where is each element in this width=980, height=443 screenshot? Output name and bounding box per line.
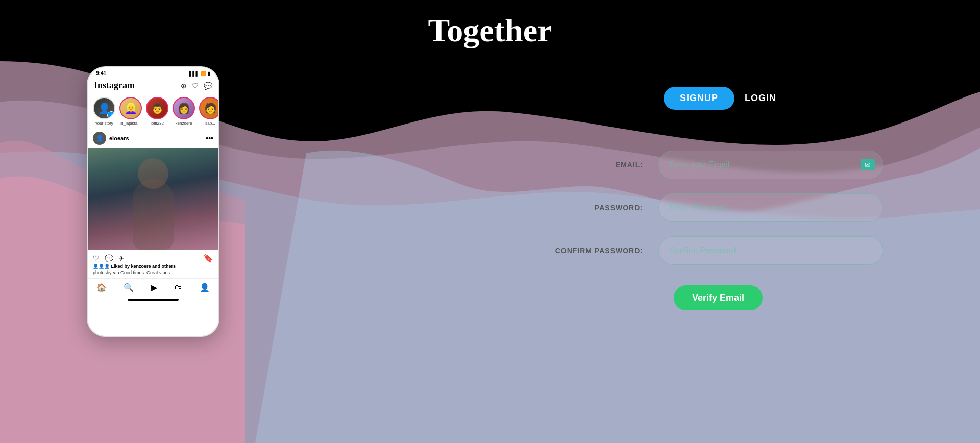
password-input[interactable] bbox=[658, 193, 883, 222]
confirm-password-input[interactable] bbox=[658, 236, 883, 265]
password-input-wrapper bbox=[658, 193, 883, 222]
page-title: Together bbox=[428, 12, 552, 50]
story-item-4[interactable]: 🧑 sap... bbox=[199, 97, 218, 126]
password-row: PASSWORD: bbox=[531, 193, 909, 222]
email-label: EMAIL: bbox=[531, 161, 643, 169]
likes-text: Liked by kenzoere and others bbox=[111, 264, 176, 269]
phone-mockup: 9:41 ▌▌▌ 📶 ▮ Instagram ⊕ ♡ 💬 👤 Your stor bbox=[87, 66, 230, 337]
phone-frame: 9:41 ▌▌▌ 📶 ▮ Instagram ⊕ ♡ 💬 👤 Your stor bbox=[87, 66, 219, 337]
confirm-password-input-wrapper bbox=[658, 236, 883, 265]
story-item-3[interactable]: 👩 kenzoere bbox=[173, 97, 195, 126]
form-fields: EMAIL: ✉ PASSWORD: CONFIRM PASSWORD: bbox=[531, 151, 909, 265]
post-avatar: 👤 bbox=[93, 132, 106, 145]
post-caption: photosbyean Good times. Great vibes. bbox=[88, 269, 218, 278]
email-icon: ✉ bbox=[861, 159, 875, 170]
home-nav-icon[interactable]: 🏠 bbox=[96, 283, 107, 292]
instagram-header: Instagram ⊕ ♡ 💬 bbox=[88, 77, 218, 94]
login-tab[interactable]: LOGIN bbox=[745, 93, 776, 104]
post-image-figure bbox=[88, 148, 218, 250]
battery-icon: ▮ bbox=[208, 71, 210, 76]
instagram-logo: Instagram bbox=[94, 80, 135, 91]
verify-email-button[interactable]: Verify Email bbox=[674, 285, 763, 310]
likes-avatars: 👤👤👤 bbox=[93, 264, 111, 269]
confirm-password-row: CONFIRM PASSWORD: bbox=[531, 236, 909, 265]
status-time: 9:41 bbox=[96, 70, 106, 76]
post-image bbox=[88, 148, 218, 250]
story-label-3: kenzoere bbox=[176, 121, 192, 126]
story-avatar-2: 👨 bbox=[146, 97, 168, 119]
reels-nav-icon[interactable]: ▶ bbox=[151, 283, 157, 292]
instagram-header-icons: ⊕ ♡ 💬 bbox=[181, 82, 212, 90]
shop-nav-icon[interactable]: 🛍 bbox=[175, 283, 183, 292]
wifi-icon: 📶 bbox=[201, 71, 206, 76]
like-icon[interactable]: ♡ bbox=[93, 254, 100, 262]
confirm-password-label: CONFIRM PASSWORD: bbox=[531, 247, 643, 255]
story-avatar-4: 🧑 bbox=[199, 97, 218, 119]
profile-nav-icon[interactable]: 👤 bbox=[200, 283, 210, 292]
post-likes: 👤👤👤 Liked by kenzoere and others bbox=[88, 264, 218, 269]
add-post-icon[interactable]: ⊕ bbox=[181, 82, 187, 90]
messenger-icon[interactable]: 💬 bbox=[204, 82, 212, 90]
form-panel: SIGNUP LOGIN EMAIL: ✉ PASSWORD: CONFIRM … bbox=[490, 66, 949, 443]
story-item-1[interactable]: 👱‍♀️ lil_lapista... bbox=[119, 97, 142, 126]
post-action-left: ♡ 💬 ✈ bbox=[93, 254, 125, 262]
search-nav-icon[interactable]: 🔍 bbox=[124, 283, 134, 292]
story-label-1: lil_lapista... bbox=[120, 121, 141, 126]
phone-home-indicator bbox=[128, 299, 179, 301]
story-avatar-your: 👤 bbox=[93, 97, 115, 119]
comment-icon[interactable]: 💬 bbox=[105, 254, 113, 262]
phone-notch bbox=[133, 67, 174, 79]
like-notifications-icon[interactable]: ♡ bbox=[192, 82, 199, 90]
post-user: 👤 eloears bbox=[93, 132, 129, 145]
save-icon[interactable]: 🔖 bbox=[203, 253, 213, 263]
story-avatar-1: 👱‍♀️ bbox=[119, 97, 142, 119]
story-item-your[interactable]: 👤 Your story bbox=[93, 97, 115, 126]
signup-tab[interactable]: SIGNUP bbox=[664, 87, 734, 110]
story-label-4: sap... bbox=[205, 121, 215, 126]
phone-bottom-nav: 🏠 🔍 ▶ 🛍 👤 bbox=[88, 278, 218, 297]
header: Together bbox=[0, 0, 980, 61]
share-icon[interactable]: ✈ bbox=[118, 254, 125, 262]
story-avatar-3: 👩 bbox=[173, 97, 195, 119]
signal-icon: ▌▌▌ bbox=[189, 71, 199, 76]
email-row: EMAIL: ✉ bbox=[531, 151, 909, 179]
story-item-2[interactable]: 👨 lofti232 bbox=[146, 97, 168, 126]
status-icons: ▌▌▌ 📶 ▮ bbox=[189, 71, 210, 76]
post-actions: ♡ 💬 ✈ 🔖 bbox=[88, 250, 218, 264]
post-more-icon[interactable]: ••• bbox=[206, 134, 213, 142]
email-input[interactable] bbox=[658, 151, 883, 179]
email-input-wrapper: ✉ bbox=[658, 151, 883, 179]
story-label-your: Your story bbox=[95, 121, 113, 126]
stories-row: 👤 Your story 👱‍♀️ lil_lapista... 👨 lofti… bbox=[88, 94, 218, 129]
post-header: 👤 eloears ••• bbox=[88, 129, 218, 148]
post-username: eloears bbox=[109, 135, 129, 141]
story-label-2: lofti232 bbox=[151, 121, 164, 126]
password-label: PASSWORD: bbox=[531, 204, 643, 212]
auth-tabs: SIGNUP LOGIN bbox=[664, 87, 909, 110]
